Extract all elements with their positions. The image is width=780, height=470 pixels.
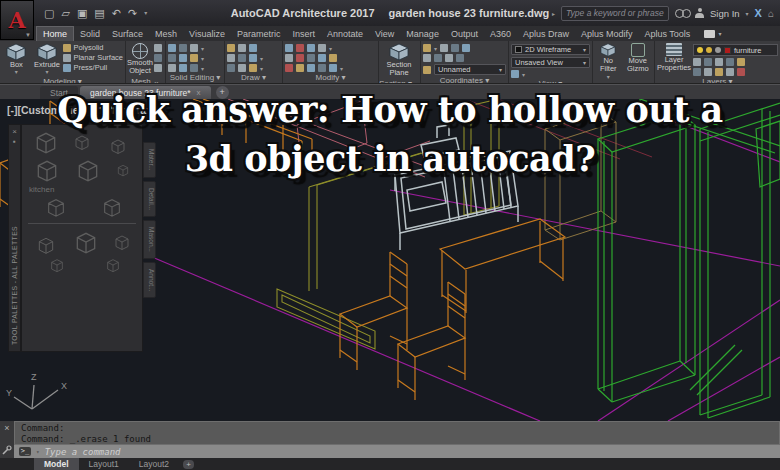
copy-icon[interactable] (318, 44, 326, 52)
stretch-icon[interactable] (285, 54, 293, 62)
viewport-config-icon[interactable] (511, 70, 519, 78)
chevron-down-icon[interactable]: ▾ (340, 65, 343, 72)
mesh-tool-icon[interactable] (154, 64, 162, 72)
ucs-3point-icon[interactable] (445, 54, 453, 62)
chevron-down-icon[interactable]: ▾ (201, 45, 204, 52)
rotate-icon[interactable] (296, 44, 304, 52)
erase-icon[interactable] (285, 64, 293, 72)
ribbon-tab-aplus-tools[interactable]: Aplus Tools (639, 26, 697, 41)
layer-freeze-icon[interactable] (715, 58, 723, 66)
ribbon-tab-aplus-modify[interactable]: Aplus Modify (575, 26, 639, 41)
imprint-icon[interactable] (190, 54, 198, 62)
spline-icon[interactable] (227, 54, 235, 62)
rectangle-icon[interactable] (238, 44, 246, 52)
panel-label-draw[interactable]: Draw ▾ (225, 72, 282, 83)
panel-label-modify[interactable]: Modify ▾ (283, 72, 378, 83)
ribbon-tab-view[interactable]: View (369, 26, 400, 41)
section-plane-button[interactable]: Section Plane (381, 43, 417, 78)
ribbon-tab-annotate[interactable]: Annotate (321, 26, 369, 41)
polygon-icon[interactable] (227, 64, 235, 72)
application-menu-button[interactable]: A ▼ (0, 0, 34, 40)
polysolid-button[interactable]: Polysolid (63, 43, 123, 52)
ribbon-tab-mesh[interactable]: Mesh (149, 26, 183, 41)
scale-icon[interactable] (296, 54, 304, 62)
palette-tab-masonry[interactable]: Mason... (143, 220, 156, 259)
command-input[interactable]: >_ ▾ Type a command (14, 445, 780, 458)
chevron-down-icon[interactable]: ▾ (201, 65, 204, 72)
close-icon[interactable]: × (4, 424, 9, 433)
visual-style-dropdown[interactable]: 2D Wireframe ▾ (511, 44, 590, 55)
arc-icon[interactable] (249, 44, 257, 52)
subtract-icon[interactable] (179, 44, 187, 52)
furniture-tool[interactable] (44, 257, 70, 273)
intersect-icon[interactable] (190, 44, 198, 52)
panel-label-section[interactable]: Section ▾ ⌄ (379, 78, 420, 84)
palette-tab-detailing[interactable]: Detail... (143, 181, 156, 217)
ribbon-tab-home[interactable]: Home (36, 26, 74, 41)
ribbon-tab-visualize[interactable]: Visualize (183, 26, 231, 41)
furniture-tool[interactable] (39, 196, 73, 218)
ellipse-icon[interactable] (249, 64, 257, 72)
ribbon-tab-a360[interactable]: A360 (484, 26, 517, 41)
fillet-icon[interactable] (318, 54, 326, 62)
ucs-named-icon[interactable] (423, 66, 431, 74)
layer-unisolate-icon[interactable] (704, 58, 712, 66)
panel-label-view[interactable]: View ▾ (509, 78, 592, 83)
ucs-icon[interactable] (423, 44, 431, 52)
furniture-tool[interactable] (99, 196, 125, 218)
ribbon-tab-parametric[interactable]: Parametric (231, 26, 287, 41)
palette-tab-annotation[interactable]: Annot... (143, 262, 156, 298)
line-icon[interactable] (238, 54, 246, 62)
join-icon[interactable] (329, 64, 337, 72)
furniture-tool[interactable] (73, 229, 99, 255)
layer-unlock-icon[interactable] (726, 68, 734, 76)
ucs-previous-icon[interactable] (451, 44, 459, 52)
plot-icon[interactable]: ▤ (94, 8, 104, 19)
ribbon-display-options[interactable]: ▾ (704, 26, 721, 41)
layer-dropdown[interactable]: furniture (693, 44, 778, 56)
layer-isolate-icon[interactable] (693, 58, 701, 66)
chamfer-icon[interactable] (329, 54, 337, 62)
ucs-world-icon[interactable] (440, 44, 448, 52)
chevron-down-icon[interactable]: ▾ (434, 45, 437, 52)
move-icon[interactable] (285, 44, 293, 52)
chevron-down-icon[interactable]: ▾ (260, 65, 263, 72)
ribbon-tab-insert[interactable]: Insert (286, 26, 321, 41)
tab-layout1[interactable]: Layout1 (79, 458, 129, 470)
box-button[interactable]: Box ▾ (2, 43, 31, 76)
smooth-object-button[interactable]: Smooth Object (128, 43, 152, 76)
ucs-view-icon[interactable] (462, 44, 470, 52)
explode-icon[interactable] (296, 64, 304, 72)
mirror-icon[interactable] (307, 54, 315, 62)
layer-lock-tool-icon[interactable] (715, 68, 723, 76)
panel-label-solid-editing[interactable]: Solid Editing ▾ (166, 72, 224, 83)
slice-icon[interactable] (168, 54, 176, 62)
layer-properties-button[interactable]: Layer Properties (657, 43, 691, 73)
chevron-down-icon[interactable]: ▾ (522, 71, 525, 78)
new-file-icon[interactable]: ▢ (44, 8, 54, 19)
chevron-down-icon[interactable]: ▾ (329, 45, 332, 52)
move-gizmo-button[interactable]: Move Gizmo (624, 43, 652, 74)
ucs-origin-icon[interactable] (423, 54, 431, 62)
mesh-tool-icon[interactable] (154, 54, 162, 62)
press-pull-button[interactable]: Press/Pull (63, 63, 123, 72)
chevron-down-icon[interactable]: ▾ (260, 55, 263, 62)
open-file-icon[interactable]: ▱ (61, 8, 69, 19)
qat-dropdown-icon[interactable]: ▾ (144, 10, 147, 16)
clean-icon[interactable] (190, 64, 198, 72)
search-binoculars-icon[interactable] (675, 9, 689, 17)
search-arrow-icon[interactable]: ▸ (552, 10, 555, 17)
ucs-named-dropdown[interactable]: Unnamed ▾ (434, 64, 506, 75)
offset-icon[interactable] (318, 64, 326, 72)
redo-icon[interactable]: ↷ (128, 8, 137, 19)
ribbon-tab-manage[interactable]: Manage (400, 26, 445, 41)
furniture-tool[interactable] (33, 235, 59, 255)
save-icon[interactable]: ▣ (77, 8, 87, 19)
ucs-z-axis-icon[interactable] (434, 54, 442, 62)
hatch-icon[interactable] (238, 64, 246, 72)
circle-icon[interactable] (249, 54, 257, 62)
furniture-tool[interactable] (113, 229, 131, 255)
sign-in-dropdown-icon[interactable]: ▾ (746, 10, 749, 17)
layer-match-icon[interactable] (737, 58, 745, 66)
named-view-dropdown[interactable]: Unsaved View ▾ (511, 57, 590, 68)
